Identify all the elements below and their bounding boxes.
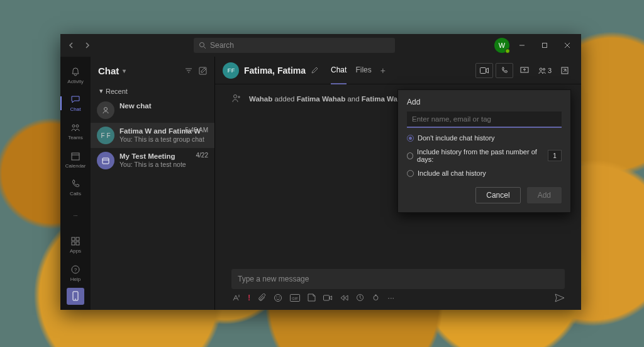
chat-list-section-recent[interactable]: ▾ Recent: [91, 84, 214, 98]
chat-row-time: 4/22: [196, 152, 208, 159]
audio-call-button[interactable]: [496, 63, 513, 78]
chat-row-fatima[interactable]: F F Fatima W and Fatima W You: This is a…: [91, 123, 214, 148]
tab-files[interactable]: Files: [355, 65, 371, 84]
loop-icon[interactable]: [372, 293, 380, 302]
svg-point-7: [76, 125, 79, 127]
presence-indicator: [505, 48, 510, 54]
app-rail: Activity Chat Teams Calendar Calls ···: [60, 57, 91, 310]
history-option-days[interactable]: Include history from the past number of …: [407, 148, 562, 163]
cancel-button[interactable]: Cancel: [475, 187, 520, 203]
approval-icon[interactable]: [356, 293, 364, 302]
chat-row-title: My Test Meeting: [119, 152, 186, 161]
chat-row-preview: You: This is a test group chat: [119, 135, 204, 144]
search-icon: [199, 42, 206, 49]
compose-area: Type a new message ! GIF ···: [215, 269, 581, 310]
teams-window: Search W Activity Chat: [60, 34, 581, 310]
video-call-button[interactable]: [475, 63, 493, 78]
gif-icon[interactable]: GIF: [290, 294, 300, 302]
svg-rect-25: [480, 67, 486, 73]
rail-calls[interactable]: Calls: [60, 174, 91, 201]
rail-more[interactable]: ···: [60, 202, 91, 229]
add-tab-icon[interactable]: +: [380, 65, 386, 76]
svg-point-0: [200, 43, 204, 47]
window-minimize-button[interactable]: [512, 37, 532, 54]
phone-device-icon: [72, 291, 79, 301]
meeting-avatar-icon: [97, 152, 114, 169]
history-days-input[interactable]: [548, 150, 562, 161]
history-option-none[interactable]: Don't include chat history: [407, 134, 562, 142]
radio-icon: [407, 135, 414, 142]
svg-line-30: [564, 69, 566, 72]
apps-icon: [70, 236, 81, 247]
user-avatar[interactable]: W: [494, 38, 509, 53]
svg-point-38: [279, 296, 280, 297]
message-input[interactable]: Type a new message: [231, 269, 565, 289]
tab-chat[interactable]: Chat: [331, 65, 347, 84]
chat-row-title: New chat: [119, 101, 152, 110]
svg-rect-12: [72, 242, 75, 245]
attach-icon[interactable]: [258, 293, 266, 302]
sticker-icon[interactable]: [308, 293, 316, 302]
add-people-popup: Add Don't include chat history Include h…: [397, 89, 571, 213]
chat-list-panel: Chat ▾ ▾ Recent New chat F F: [91, 57, 215, 310]
group-avatar-icon: F F: [97, 127, 114, 144]
svg-point-6: [72, 125, 75, 127]
svg-point-31: [234, 95, 237, 98]
emoji-icon[interactable]: [274, 293, 282, 302]
edit-name-icon[interactable]: [311, 67, 318, 74]
participants-button[interactable]: 3: [536, 63, 553, 78]
new-chat-icon[interactable]: [199, 67, 207, 75]
phone-icon: [70, 178, 81, 190]
chat-row-preview: You: This is a test note: [119, 161, 186, 169]
svg-text:GIF: GIF: [292, 296, 298, 300]
svg-rect-13: [76, 242, 79, 245]
rail-device-button[interactable]: [67, 288, 84, 305]
svg-rect-3: [543, 43, 547, 48]
chevron-down-icon[interactable]: ▾: [123, 67, 126, 74]
more-icon: ···: [70, 210, 81, 221]
share-screen-button[interactable]: [516, 63, 533, 78]
add-button[interactable]: Add: [527, 187, 562, 203]
filter-icon[interactable]: [185, 67, 192, 75]
chat-list-header: Chat ▾: [91, 57, 214, 84]
svg-rect-41: [324, 295, 330, 300]
caret-down-icon: ▾: [99, 87, 103, 95]
send-button[interactable]: [555, 293, 565, 302]
radio-icon: [407, 152, 413, 159]
search-placeholder: Search: [210, 41, 234, 50]
chat-list-title[interactable]: Chat: [98, 65, 119, 76]
svg-rect-23: [103, 158, 109, 164]
rail-help[interactable]: ? Help: [60, 259, 91, 287]
rail-calendar[interactable]: Calendar: [60, 146, 91, 173]
people-icon: [538, 67, 547, 74]
chat-row-time: 5:45 AM: [185, 127, 208, 134]
rail-apps[interactable]: Apps: [60, 232, 91, 259]
svg-rect-10: [72, 237, 75, 241]
more-toolbar-icon[interactable]: ···: [387, 293, 394, 302]
teams-icon: [70, 122, 81, 134]
popup-title: Add: [407, 98, 562, 106]
svg-rect-8: [72, 153, 79, 160]
rail-teams[interactable]: Teams: [60, 118, 91, 145]
calendar-icon: [70, 151, 81, 162]
open-app-button[interactable]: [556, 63, 574, 78]
format-icon[interactable]: [231, 293, 240, 302]
stream-icon[interactable]: [340, 293, 348, 302]
chat-tabs: Chat Files +: [331, 65, 386, 76]
rail-chat[interactable]: Chat: [60, 90, 91, 117]
svg-point-28: [543, 68, 545, 70]
search-input[interactable]: Search: [194, 38, 395, 53]
history-option-all[interactable]: Include all chat history: [407, 169, 562, 177]
nav-back-button[interactable]: [64, 38, 78, 52]
meet-now-icon[interactable]: [323, 294, 332, 302]
nav-forward-button[interactable]: [80, 38, 94, 52]
priority-icon[interactable]: !: [248, 293, 250, 302]
chat-row-new[interactable]: New chat: [91, 98, 214, 123]
chat-row-meeting[interactable]: My Test Meeting You: This is a test note…: [91, 148, 214, 173]
add-people-input[interactable]: [407, 111, 562, 128]
svg-point-37: [277, 296, 277, 297]
chat-header-avatar: F F: [223, 62, 239, 79]
window-maximize-button[interactable]: [535, 37, 555, 54]
rail-activity[interactable]: Activity: [60, 62, 91, 89]
window-close-button[interactable]: [557, 37, 577, 54]
